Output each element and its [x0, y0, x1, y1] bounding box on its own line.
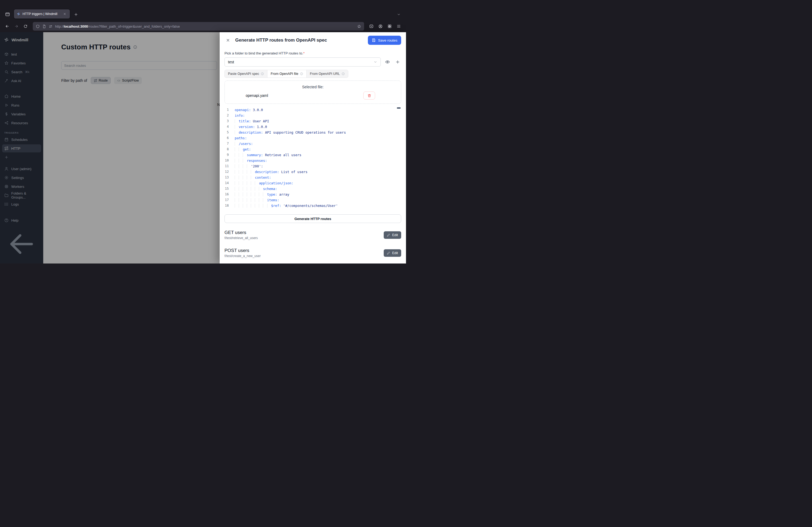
save-routes-button[interactable]: Save routes [368, 36, 401, 45]
browser-toolbar: http://localhost:3000/routes?filter_path… [0, 20, 406, 32]
edit-label: Edit [392, 233, 398, 237]
line-content: content: [235, 175, 271, 180]
pencil-icon [387, 252, 390, 255]
line-number: 5 [224, 130, 229, 135]
line-content: description: List of users [235, 169, 307, 175]
line-content: info: [235, 113, 245, 118]
code-editor[interactable]: 1openapi: 3.0.02info:3 title: User API4 … [224, 107, 401, 210]
firefox-view-button[interactable] [3, 10, 12, 18]
info-icon [342, 72, 345, 75]
url-scheme: http:// [55, 25, 64, 28]
list-tabs-button[interactable] [395, 11, 403, 18]
line-number: 14 [224, 180, 229, 186]
account-icon [378, 24, 383, 28]
code-line[interactable]: 3 title: User API [224, 118, 401, 124]
tab-title: HTTP triggers | Windmill [23, 12, 60, 16]
openapi-source-tabs: Paste OpenAPI spec From OpenAPI file Fro… [224, 70, 348, 78]
extensions-button[interactable] [386, 22, 394, 30]
line-content: $ref: '#/components/schemas/User' [235, 203, 338, 209]
pencil-icon [387, 234, 390, 237]
generate-http-routes-button[interactable]: Generate HTTP routes [224, 214, 401, 223]
code-line[interactable]: 16 type: array [224, 192, 401, 197]
browser-tab[interactable]: HTTP triggers | Windmill [14, 10, 70, 18]
edit-route-button[interactable]: Edit [384, 249, 401, 257]
code-line[interactable]: 4 version: 1.0.0 [224, 124, 401, 130]
route-path: f/test/create_a_new_user [224, 254, 261, 258]
forward-button[interactable] [12, 22, 20, 30]
line-content: /users: [235, 141, 253, 147]
chevron-down-icon [397, 13, 401, 16]
code-line[interactable]: 2info: [224, 113, 401, 118]
code-line[interactable]: 18 $ref: '#/components/schemas/User' [224, 203, 401, 209]
line-number: 11 [224, 163, 229, 169]
line-number: 10 [224, 158, 229, 163]
line-content: description: API supporting CRUD operati… [235, 130, 346, 135]
tab-label: From OpenAPI file [271, 72, 298, 76]
folder-select-value: test [228, 60, 234, 64]
permissions-icon[interactable] [48, 25, 53, 28]
account-button[interactable] [376, 22, 385, 30]
code-line[interactable]: 13 content: [224, 175, 401, 180]
edit-label: Edit [392, 251, 398, 255]
code-line[interactable]: 11 '200': [224, 163, 401, 169]
generate-routes-drawer: Generate HTTP routes from OpenAPI spec S… [220, 32, 406, 264]
pocket-button[interactable] [367, 22, 375, 30]
code-line[interactable]: 12 description: List of users [224, 169, 401, 175]
add-folder-button[interactable] [394, 59, 401, 65]
pocket-icon [369, 24, 374, 28]
tab-from-openapi-file[interactable]: From OpenAPI file [267, 70, 307, 77]
code-line[interactable]: 8 get: [224, 147, 401, 152]
selected-file-box: Selected file: openapi.yaml [224, 80, 401, 104]
back-button[interactable] [3, 22, 11, 30]
line-content: responses: [235, 158, 267, 163]
line-number: 18 [224, 203, 229, 209]
code-line[interactable]: 17 items: [224, 197, 401, 203]
code-line[interactable]: 5 description: API supporting CRUD opera… [224, 130, 401, 135]
editor-scrollbar-thumb[interactable] [397, 107, 401, 109]
tab-close-button[interactable] [62, 12, 67, 16]
folder-select[interactable]: test [224, 57, 381, 66]
menu-button[interactable] [395, 22, 403, 30]
code-editor-lines: 1openapi: 3.0.02info:3 title: User API4 … [224, 107, 401, 209]
code-line[interactable]: 6paths: [224, 135, 401, 141]
remove-file-button[interactable] [363, 91, 375, 100]
selected-file-heading: Selected file: [225, 85, 401, 89]
code-line[interactable]: 9 summary: Retrieve all users [224, 152, 401, 158]
app-area: Windmill test Favorites Search ⌘k [0, 32, 406, 264]
code-line[interactable]: 10 responses: [224, 158, 401, 163]
hamburger-menu-icon [396, 24, 401, 28]
page-info-icon[interactable] [42, 25, 46, 28]
chevron-down-icon [374, 60, 377, 64]
line-number: 13 [224, 175, 229, 180]
edit-route-button[interactable]: Edit [384, 231, 401, 239]
extensions-icon [388, 24, 392, 28]
eye-icon [385, 60, 390, 64]
line-number: 8 [224, 147, 229, 152]
line-content: application/json: [235, 180, 293, 186]
browser-window: HTTP triggers | Windmill http://localhos… [0, 0, 406, 264]
line-number: 6 [224, 135, 229, 141]
url-bar[interactable]: http://localhost:3000/routes?filter_path… [33, 22, 364, 31]
tab-from-openapi-url[interactable]: From OpenAPI URL [307, 70, 348, 77]
selected-file-name: openapi.yaml [246, 93, 268, 98]
route-title: GET users [224, 230, 258, 235]
new-tab-button[interactable] [72, 11, 80, 18]
shield-icon[interactable] [36, 25, 40, 28]
line-content: get: [235, 147, 251, 152]
close-icon [226, 38, 230, 42]
back-arrow-icon [5, 24, 10, 28]
code-line[interactable]: 14 application/json: [224, 180, 401, 186]
line-content: version: 1.0.0 [235, 124, 267, 130]
code-line[interactable]: 7 /users: [224, 141, 401, 147]
tab-paste-openapi-spec[interactable]: Paste OpenAPI spec [225, 70, 267, 77]
code-line[interactable]: 1openapi: 3.0.0 [224, 107, 401, 113]
close-icon [63, 12, 66, 16]
drawer-close-button[interactable] [224, 37, 231, 44]
reload-button[interactable] [21, 22, 30, 30]
tab-label: Paste OpenAPI spec [228, 72, 259, 76]
bookmark-star-icon[interactable] [357, 25, 361, 28]
browser-tab-strip: HTTP triggers | Windmill [0, 0, 406, 20]
tab-label: From OpenAPI URL [310, 72, 340, 76]
code-line[interactable]: 15 schema: [224, 186, 401, 192]
view-folder-button[interactable] [384, 59, 391, 65]
